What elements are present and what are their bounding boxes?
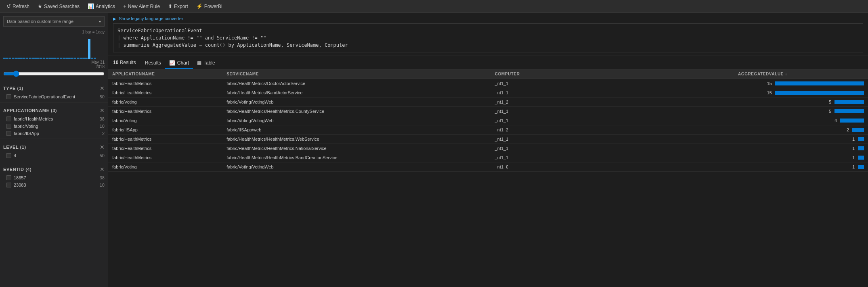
hist-bar (6, 58, 8, 59)
time-range-slider[interactable] (3, 71, 105, 77)
refresh-button[interactable]: ↺ Refresh (3, 2, 33, 11)
cell-computer: _nt1_1 (491, 153, 566, 162)
table-row[interactable]: fabric/IISApp fabric/IISApp/web _nt1_2 2 (108, 125, 868, 135)
hist-bar (57, 58, 59, 59)
histogram-date: May 312018 (3, 60, 105, 69)
powerbi-button[interactable]: ⚡ PowerBI (193, 2, 226, 11)
cell-servicename: fabric/Voting/VotingWeb (222, 162, 491, 172)
top-nav: ↺ Refresh ★ Saved Searches 📊 Analytics +… (0, 0, 868, 13)
filter-level-close[interactable]: ✕ (100, 144, 105, 150)
cell-aggregatedvalue: 1 (566, 162, 868, 172)
saved-searches-button[interactable]: ★ Saved Searches (34, 2, 83, 11)
plus-icon: + (123, 3, 126, 9)
hist-bar (74, 58, 76, 59)
value-bar (775, 91, 864, 95)
filter-appname-close[interactable]: ✕ (100, 107, 105, 114)
divider (0, 161, 108, 161)
hist-bar (71, 58, 73, 59)
legacy-toggle[interactable]: ▶ Show legacy language converter (113, 16, 863, 21)
bar-cell: 5 (570, 100, 864, 104)
filter-eventid-header: EVENTID (4) ✕ (0, 164, 108, 174)
bar-cell: 2 (570, 127, 864, 132)
hist-bar (94, 58, 96, 59)
bar-cell: 1 (570, 146, 864, 151)
tab-chart[interactable]: 📈 Chart (165, 58, 193, 69)
filter-checkbox (6, 116, 11, 121)
tab-results[interactable]: Results (141, 58, 165, 69)
hist-bar (82, 58, 85, 59)
new-alert-rule-button[interactable]: + New Alert Rule (120, 2, 163, 11)
aggregated-value: 2 (842, 127, 849, 132)
hist-bar (15, 58, 17, 59)
col-aggregatedvalue[interactable]: AGGREGATEDVALUE ↓ (566, 69, 868, 79)
table-row[interactable]: fabric/HealthMetrics fabric/HealthMetric… (108, 135, 868, 144)
hist-bar (3, 58, 6, 59)
value-bar (834, 100, 864, 104)
hist-bar (12, 58, 14, 59)
filter-appname-item-2[interactable]: fabric/IISApp 2 (0, 130, 108, 137)
cell-computer: _nt1_2 (491, 125, 566, 135)
table-row[interactable]: fabric/Voting fabric/Voting/VotingWeb _n… (108, 116, 868, 125)
filter-type-item-0[interactable]: ServiceFabricOperationalEvent 50 (0, 93, 108, 100)
bar-cell: 5 (570, 109, 864, 114)
value-bar (840, 119, 864, 123)
filter-type: TYPE (1) ✕ ServiceFabricOperationalEvent… (0, 83, 108, 100)
table-header-row: APPLICATIONNAME SERVICENAME COMPUTER AGG… (108, 69, 868, 79)
time-range-selector[interactable]: Data based on custom time range ▾ (3, 16, 105, 27)
hist-bar (51, 58, 54, 59)
hist-bar (77, 58, 79, 59)
filter-appname-item-1[interactable]: fabric/Voting 10 (0, 123, 108, 130)
aggregated-value: 5 (824, 109, 831, 114)
col-servicename[interactable]: SERVICENAME (222, 69, 491, 79)
cell-aggregatedvalue: 5 (566, 107, 868, 116)
hist-bar (80, 58, 82, 59)
cell-applicationname: fabric/HealthMetrics (108, 135, 222, 144)
cell-aggregatedvalue: 4 (566, 116, 868, 125)
cell-aggregatedvalue: 15 (566, 79, 868, 88)
tab-table[interactable]: ▦ Table (193, 58, 219, 69)
table-row[interactable]: fabric/HealthMetrics fabric/HealthMetric… (108, 144, 868, 153)
results-area: 10 Results Results 📈 Chart ▦ Table (108, 56, 868, 287)
cell-applicationname: fabric/HealthMetrics (108, 107, 222, 116)
hist-bar (46, 58, 48, 59)
filter-appname-item-0[interactable]: fabric/HealthMetrics 38 (0, 115, 108, 123)
analytics-button[interactable]: 📊 Analytics (84, 2, 118, 11)
histogram-chart (3, 35, 105, 59)
export-button[interactable]: ⬆ Export (165, 2, 191, 11)
table-row[interactable]: fabric/HealthMetrics fabric/HealthMetric… (108, 153, 868, 162)
table-row[interactable]: fabric/HealthMetrics fabric/HealthMetric… (108, 79, 868, 88)
filter-level: LEVEL (1) ✕ 4 50 (0, 141, 108, 159)
cell-servicename: fabric/IISApp/web (222, 125, 491, 135)
filter-eventid: EVENTID (4) ✕ 18657 38 23083 10 (0, 164, 108, 189)
table-row[interactable]: fabric/HealthMetrics fabric/HealthMetric… (108, 88, 868, 98)
filter-eventid-item-0[interactable]: 18657 38 (0, 174, 108, 181)
filter-type-close[interactable]: ✕ (100, 85, 105, 92)
cell-aggregatedvalue: 5 (566, 98, 868, 107)
filter-eventid-close[interactable]: ✕ (100, 166, 105, 173)
hist-bar (48, 58, 51, 59)
cell-servicename: fabric/HealthMetrics/HealthMetrics.BandC… (222, 153, 491, 162)
filter-eventid-item-1[interactable]: 23083 10 (0, 181, 108, 189)
hist-bar (54, 58, 57, 59)
aggregated-value: 1 (847, 137, 855, 141)
col-computer[interactable]: COMPUTER (491, 69, 566, 79)
star-icon: ★ (38, 3, 42, 9)
cell-computer: _nt1_1 (491, 79, 566, 88)
filter-appname-header: APPLICATIONNAME (3) ✕ (0, 105, 108, 115)
table-row[interactable]: fabric/HealthMetrics fabric/HealthMetric… (108, 107, 868, 116)
aggregated-value: 5 (824, 100, 831, 104)
hist-bar (43, 58, 45, 59)
cell-computer: _nt1_1 (491, 144, 566, 153)
cell-aggregatedvalue: 1 (566, 144, 868, 153)
value-bar (852, 128, 864, 132)
export-icon: ⬆ (168, 3, 172, 9)
hist-bar (63, 58, 65, 59)
histogram-area: 1 bar = 1day (0, 28, 108, 80)
bar-cell: 1 (570, 164, 864, 169)
filter-level-item-0[interactable]: 4 50 (0, 152, 108, 159)
table-row[interactable]: fabric/Voting fabric/Voting/VotingWeb _n… (108, 162, 868, 172)
table-row[interactable]: fabric/Voting fabric/Voting/VotingWeb _n… (108, 98, 868, 107)
results-count: 10 Results (113, 60, 136, 68)
query-editor[interactable]: ServiceFabricOperationalEvent| where App… (113, 23, 863, 52)
col-applicationname[interactable]: APPLICATIONNAME (108, 69, 222, 79)
